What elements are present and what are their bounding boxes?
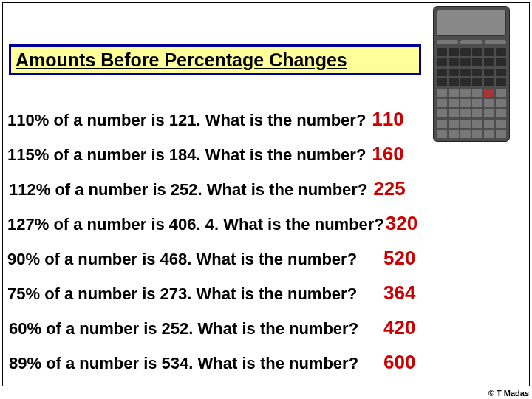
slide-title: Amounts Before Percentage Changes — [16, 50, 347, 71]
slide: Amounts Before Percentage Changes 110% o… — [0, 0, 532, 399]
question-row: 127% of a number is 406. 4. What is the … — [7, 212, 525, 247]
question-row: 60% of a number is 252. What is the numb… — [7, 316, 525, 351]
answer-text: 225 — [373, 177, 405, 200]
question-text: 115% of a number is 184. What is the num… — [7, 146, 366, 165]
calculator-pills — [437, 38, 506, 46]
question-row: 115% of a number is 184. What is the num… — [7, 143, 525, 177]
answer-text: 600 — [383, 351, 415, 374]
question-text: 90% of a number is 468. What is the numb… — [7, 250, 357, 269]
question-text: 127% of a number is 406. 4. What is the … — [7, 215, 384, 234]
answer-text: 364 — [383, 282, 415, 304]
title-box: Amounts Before Percentage Changes — [9, 44, 421, 75]
question-row: 110% of a number is 121. What is the num… — [7, 108, 525, 143]
question-list: 110% of a number is 121. What is the num… — [7, 108, 525, 386]
question-row: 75% of a number is 273. What is the numb… — [7, 282, 525, 316]
question-text: 75% of a number is 273. What is the numb… — [7, 284, 357, 304]
question-row: 112% of a number is 252. What is the num… — [7, 177, 525, 212]
question-text: 89% of a number is 534. What is the numb… — [9, 354, 358, 373]
question-text: 112% of a number is 252. What is the num… — [9, 180, 367, 200]
question-text: 110% of a number is 121. What is the num… — [7, 111, 366, 130]
answer-text: 160 — [372, 143, 403, 166]
answer-text: 110 — [372, 108, 403, 131]
calculator-screen — [437, 10, 506, 36]
question-row: 89% of a number is 534. What is the numb… — [7, 351, 525, 386]
answer-text: 320 — [386, 212, 417, 235]
copyright: © T Madas — [488, 389, 529, 398]
answer-text: 520 — [383, 247, 415, 270]
answer-text: 420 — [383, 316, 415, 339]
question-row: 90% of a number is 468. What is the numb… — [7, 247, 525, 282]
question-text: 60% of a number is 252. What is the numb… — [9, 319, 358, 338]
